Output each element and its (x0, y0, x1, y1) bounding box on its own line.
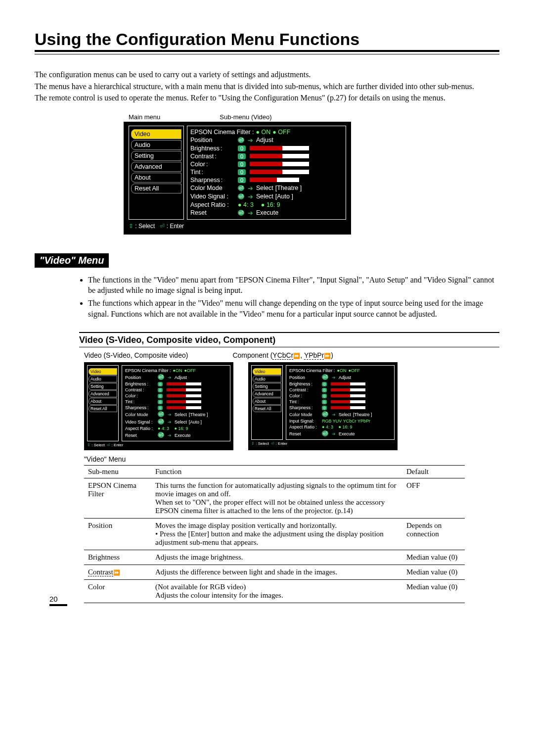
opt-input-signals[interactable]: RGB YUV YCbCr YPbPr (322, 419, 370, 424)
val-theatre[interactable]: [Theatre ] (275, 185, 302, 191)
osd-sub-menu: EPSON Cinema Filter : ● ON ● OFF Positio… (187, 126, 346, 220)
lbl-adjust[interactable]: Adjust (256, 137, 273, 143)
row-tint: Tint (125, 399, 156, 404)
glossary-icon (324, 351, 331, 359)
cell-func: Moves the image display position vertica… (151, 519, 402, 550)
osd-labels: Main menu Sub-menu (Video) (35, 113, 499, 121)
label-main-menu: Main menu (129, 113, 160, 121)
row-position: Position (125, 375, 156, 380)
lbl-execute[interactable]: Execute (256, 209, 278, 216)
row-brightness: Brightness (125, 381, 156, 386)
title-rule (35, 54, 499, 54)
menu-advanced[interactable]: Advanced (253, 390, 281, 397)
menu-video[interactable]: Video (89, 368, 117, 375)
menu-reset-all[interactable]: Reset All (131, 184, 181, 193)
row-contrast: Contrast (125, 387, 156, 392)
bar-color[interactable] (250, 162, 309, 166)
bar-sharpness[interactable] (250, 178, 299, 182)
osd-main: Video Audio Setting Advanced About Reset… (124, 122, 351, 235)
lbl-select: Select (256, 185, 273, 191)
row-brightness: Brightness (190, 145, 236, 152)
arrow-icon (248, 185, 254, 192)
val-sharpness: 0 (238, 177, 246, 183)
th-submenu: Sub-menu (84, 466, 151, 478)
video-menu-table: Sub-menu Function Default EPSON Cinema F… (84, 465, 465, 603)
menu-setting[interactable]: Setting (89, 383, 117, 390)
table-row: Position Moves the image display positio… (84, 519, 465, 550)
menu-video[interactable]: Video (253, 368, 281, 375)
glossary-icon (113, 568, 120, 576)
bar-contrast[interactable] (250, 154, 309, 158)
cell-name: Brightness (84, 550, 151, 565)
row-reset: Reset (190, 209, 236, 216)
arrow-icon (248, 209, 254, 217)
row-aspect: Aspect Ratio : (289, 425, 320, 429)
bar-tint[interactable] (250, 170, 309, 174)
caption-left: Video (S-Video, Composite video) (84, 351, 188, 359)
opt-on[interactable]: ● ON (256, 129, 271, 136)
intro-3: The remote control is used to operate th… (35, 93, 499, 103)
row-position: Position (289, 375, 320, 380)
row-contrast: Contrast (190, 153, 236, 160)
cell-func: Adjusts the image brightness. (151, 550, 402, 565)
table-row: Brightness Adjusts the image brightness.… (84, 550, 465, 565)
menu-video[interactable]: Video (131, 129, 181, 139)
cell-def: Median value (0) (402, 565, 465, 580)
lbl-select2: Select (256, 193, 273, 200)
row-colormode: Color Mode (125, 412, 156, 417)
cell-func: (Not available for RGB video) Adjusts th… (151, 580, 402, 603)
enter-icon (238, 137, 246, 143)
cell-def: Median value (0) (402, 550, 465, 565)
row-color: Color (125, 393, 156, 398)
menu-about[interactable]: About (89, 398, 117, 405)
footer-enter: : Enter (167, 223, 184, 230)
cell-def: Depends on connection (402, 519, 465, 550)
row-position: Position (190, 137, 236, 143)
menu-about[interactable]: About (131, 173, 181, 183)
menu-reset-all[interactable]: Reset All (253, 405, 281, 412)
menu-reset-all[interactable]: Reset All (89, 405, 117, 412)
arrow-icon (248, 193, 254, 200)
osd-small-right: Video Audio Setting Advanced About Reset… (248, 362, 398, 450)
row-cinema: EPSON Cinema Filter : (190, 129, 254, 136)
row-sharpness: Sharpness (190, 177, 236, 184)
row-aspect: Aspect Ratio : (190, 201, 236, 208)
opt-169[interactable]: ● 16: 9 (261, 201, 280, 208)
val-color: 0 (238, 161, 246, 167)
section-video-menu: "Video" Menu (35, 253, 109, 268)
opt-off[interactable]: ● OFF (272, 129, 290, 136)
cell-name: Position (84, 519, 151, 550)
row-cinema: EPSON Cinema Filter : (125, 368, 171, 373)
val-auto[interactable]: [Auto ] (275, 193, 293, 200)
cell-def: Median value (0) (402, 580, 465, 603)
arrow-icon (248, 137, 254, 144)
caption-right: Component (YCbCr, YPbPr) (232, 351, 333, 359)
menu-setting[interactable]: Setting (253, 383, 281, 390)
row-sharpness: Sharpness (289, 405, 320, 410)
enter-icon (238, 185, 246, 191)
menu-audio[interactable]: Audio (131, 140, 181, 150)
bar-brightness[interactable] (250, 146, 309, 150)
intro-2: The menus have a hierarchical structure,… (35, 81, 499, 92)
menu-setting[interactable]: Setting (131, 151, 181, 161)
val-contrast: 0 (238, 153, 246, 159)
menu-audio[interactable]: Audio (89, 376, 117, 382)
row-color: Color (289, 393, 320, 398)
page-title: Using the Configuration Menu Functions (35, 30, 499, 52)
row-sharpness: Sharpness (125, 405, 156, 410)
menu-advanced[interactable]: Advanced (89, 390, 117, 397)
row-reset: Reset (289, 431, 320, 436)
opt-43[interactable]: ● 4: 3 (238, 201, 254, 208)
row-cinema: EPSON Cinema Filter : (289, 368, 335, 373)
enter-icon (238, 193, 246, 200)
menu-about[interactable]: About (253, 398, 281, 405)
intro-1: The configuration menus can be used to c… (35, 69, 499, 80)
table-row: EPSON Cinema Filter This turns the funct… (84, 478, 465, 519)
menu-advanced[interactable]: Advanced (131, 162, 181, 172)
menu-audio[interactable]: Audio (253, 376, 281, 382)
table-row: Contrast Adjusts the difference between … (84, 565, 465, 580)
row-aspect: Aspect Ratio : (125, 426, 156, 431)
val-brightness: 0 (238, 145, 246, 151)
note-2: The functions which appear in the "Video… (88, 298, 494, 319)
note-1: The functions in the "Video" menu apart … (88, 275, 494, 296)
